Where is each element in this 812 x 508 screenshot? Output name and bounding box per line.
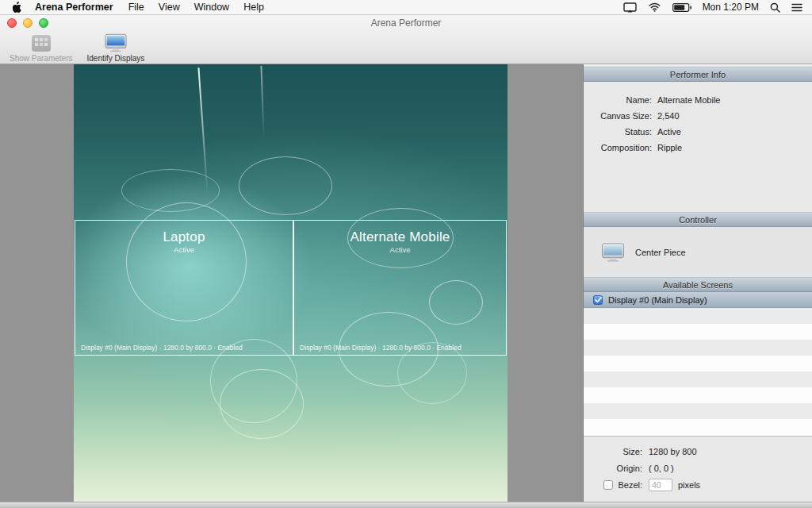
empty-list-row — [584, 403, 812, 419]
origin-label: Origin: — [584, 464, 642, 473]
info-value: 2,540 — [657, 111, 680, 121]
screen-checkbox-checked[interactable] — [593, 295, 603, 305]
display-name: Alternate Mobile — [294, 229, 506, 245]
info-value: Alternate Mobile — [657, 95, 721, 105]
menubar: Arena Performer File View Window Help Mo… — [0, 0, 812, 15]
menubar-app-name[interactable]: Arena Performer — [27, 2, 121, 13]
menu-window[interactable]: Window — [187, 0, 236, 14]
info-row-name: Name: Alternate Mobile — [584, 92, 812, 108]
empty-list-row — [584, 356, 812, 371]
info-label: Composition: — [584, 143, 652, 152]
display-region-alternate-mobile[interactable]: Alternate Mobile Active Display #0 (Main… — [293, 220, 507, 356]
info-row-canvas-size: Canvas Size: 2,540 — [584, 108, 812, 124]
ripple-circle — [220, 369, 304, 439]
empty-list-row — [584, 371, 812, 387]
search-icon[interactable] — [770, 2, 780, 13]
identify-displays-icon — [105, 33, 127, 53]
menu-view[interactable]: View — [151, 0, 187, 14]
bezel-input[interactable] — [649, 479, 672, 491]
empty-list-row — [584, 324, 812, 340]
info-label: Status: — [584, 127, 652, 137]
info-value: Ripple — [657, 143, 682, 152]
wifi-icon[interactable] — [648, 2, 661, 12]
empty-list-row — [584, 419, 812, 435]
window-header: Arena Performer Show Parameters — [0, 15, 812, 64]
info-label: Name: — [584, 95, 652, 105]
main-content: Laptop Active Display #0 (Main Display) … — [0, 64, 812, 502]
display-name: Laptop — [75, 229, 293, 245]
performer-info-block: Name: Alternate Mobile Canvas Size: 2,54… — [584, 82, 812, 212]
info-row-composition: Composition: Ripple — [584, 140, 812, 156]
menubar-clock[interactable]: Mon 1:20 PM — [703, 2, 759, 13]
display-info: Display #0 (Main Display) · 1280.0 by 80… — [81, 344, 243, 352]
empty-list-row — [584, 340, 812, 356]
show-parameters-icon — [32, 33, 51, 53]
bezel-unit-label: pixels — [678, 480, 700, 490]
ripple-circle — [239, 156, 332, 215]
screen-settings-footer: Size: 1280 by 800 Origin: ( 0, 0 ) Bezel… — [584, 436, 812, 502]
apple-logo-icon — [13, 2, 22, 13]
available-screens-header: Available Screens — [584, 277, 812, 292]
window-title: Arena Performer — [0, 17, 812, 29]
info-value: Active — [657, 127, 681, 137]
light-streak — [260, 66, 264, 137]
canvas-area: Laptop Active Display #0 (Main Display) … — [0, 64, 583, 502]
identify-displays-button[interactable]: Identify Displays — [82, 31, 149, 64]
composition-stage[interactable]: Laptop Active Display #0 (Main Display) … — [74, 64, 508, 502]
screen-row-label: Display #0 (Main Display) — [608, 295, 707, 305]
notification-list-icon[interactable] — [791, 3, 802, 12]
display-info: Display #0 (Main Display) · 1280.0 by 80… — [300, 344, 462, 352]
size-label: Size: — [584, 447, 642, 456]
performer-info-header: Performer Info — [584, 67, 812, 82]
size-value: 1280 by 800 — [649, 447, 697, 456]
bezel-row: Bezel: pixels — [584, 476, 812, 493]
show-parameters-button[interactable]: Show Parameters — [5, 31, 77, 64]
apple-menu[interactable] — [6, 2, 27, 13]
size-row: Size: 1280 by 800 — [584, 443, 812, 460]
screen-row-display-0[interactable]: Display #0 (Main Display) — [584, 292, 812, 308]
display-status: Active — [294, 245, 506, 254]
available-screens-list: Display #0 (Main Display) — [584, 292, 812, 436]
inspector-sidebar: Performer Info Name: Alternate Mobile Ca… — [583, 64, 812, 502]
bezel-label: Bezel: — [618, 480, 642, 490]
check-icon — [595, 297, 602, 303]
show-parameters-label: Show Parameters — [10, 54, 72, 63]
origin-value: ( 0, 0 ) — [649, 464, 674, 473]
origin-row: Origin: ( 0, 0 ) — [584, 460, 812, 476]
empty-list-row — [584, 308, 812, 324]
display-status: Active — [75, 245, 293, 254]
controller-display-icon — [601, 243, 625, 262]
window-bottom-edge — [0, 502, 812, 508]
empty-list-row — [584, 387, 812, 403]
info-row-status: Status: Active — [584, 124, 812, 140]
controller-item-label: Center Piece — [635, 248, 686, 257]
controller-block[interactable]: Center Piece — [584, 227, 812, 277]
menu-file[interactable]: File — [121, 0, 151, 14]
identify-displays-label: Identify Displays — [86, 54, 144, 63]
toolbar: Show Parameters — [5, 31, 149, 64]
display-region-laptop[interactable]: Laptop Active Display #0 (Main Display) … — [75, 220, 293, 356]
menu-help[interactable]: Help — [236, 0, 271, 14]
controller-header: Controller — [584, 212, 812, 227]
bezel-checkbox[interactable] — [603, 480, 613, 490]
info-label: Canvas Size: — [584, 111, 652, 121]
airplay-display-icon[interactable] — [623, 2, 637, 13]
battery-icon[interactable] — [672, 3, 691, 12]
